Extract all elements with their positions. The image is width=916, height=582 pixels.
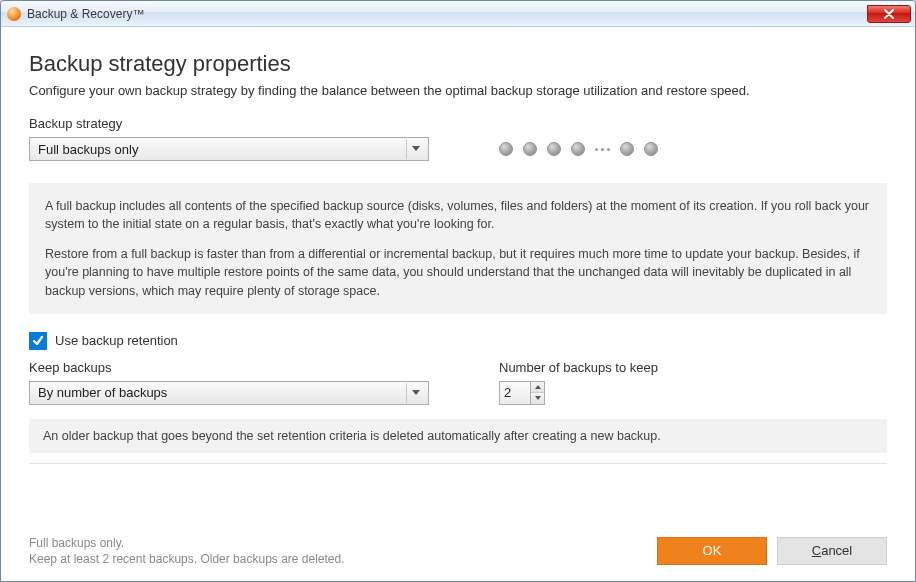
- cancel-button[interactable]: Cancel: [777, 537, 887, 565]
- content-area: Backup strategy properties Configure you…: [1, 27, 915, 581]
- check-icon: [32, 335, 44, 347]
- summary-line: Keep at least 2 recent backups. Older ba…: [29, 551, 345, 567]
- info-paragraph: A full backup includes all contents of t…: [45, 197, 871, 233]
- chevron-down-icon: [406, 139, 424, 159]
- keep-backups-dropdown[interactable]: By number of backups: [29, 381, 429, 405]
- app-window: Backup & Recovery™ Backup strategy prope…: [0, 0, 916, 582]
- dot-icon: [547, 142, 561, 156]
- page-subtitle: Configure your own backup strategy by fi…: [29, 83, 887, 98]
- chevron-down-icon: [406, 383, 424, 403]
- footer: Full backups only. Keep at least 2 recen…: [29, 535, 887, 567]
- number-to-keep-label: Number of backups to keep: [499, 360, 658, 375]
- backup-strategy-dropdown[interactable]: Full backups only: [29, 137, 429, 161]
- keep-backups-label: Keep backups: [29, 360, 429, 375]
- backup-strategy-label: Backup strategy: [29, 116, 887, 131]
- number-to-keep-stepper[interactable]: [499, 381, 658, 405]
- window-close-button[interactable]: [867, 5, 911, 23]
- strategy-visual: [499, 142, 658, 156]
- backup-strategy-selected: Full backups only: [38, 142, 138, 157]
- use-retention-row[interactable]: Use backup retention: [29, 332, 887, 350]
- close-icon: [884, 9, 894, 19]
- app-icon: [7, 7, 21, 21]
- dot-icon: [571, 142, 585, 156]
- use-retention-checkbox[interactable]: [29, 332, 47, 350]
- dot-icon: [620, 142, 634, 156]
- ellipsis-icon: [595, 148, 610, 151]
- use-retention-label: Use backup retention: [55, 333, 178, 348]
- step-up-button[interactable]: [531, 382, 544, 393]
- window-title: Backup & Recovery™: [27, 7, 867, 21]
- chevron-down-icon: [535, 396, 541, 400]
- ok-button-label: OK: [703, 543, 722, 558]
- cancel-button-label: Cancel: [812, 543, 852, 558]
- dot-icon: [523, 142, 537, 156]
- summary-text: Full backups only. Keep at least 2 recen…: [29, 535, 345, 567]
- dot-icon: [499, 142, 513, 156]
- divider: [29, 463, 887, 464]
- step-down-button[interactable]: [531, 393, 544, 404]
- summary-line: Full backups only.: [29, 535, 345, 551]
- dot-icon: [644, 142, 658, 156]
- titlebar[interactable]: Backup & Recovery™: [1, 1, 915, 27]
- strategy-info: A full backup includes all contents of t…: [29, 183, 887, 314]
- chevron-up-icon: [535, 385, 541, 389]
- info-paragraph: Restore from a full backup is faster tha…: [45, 245, 871, 299]
- keep-backups-selected: By number of backups: [38, 385, 167, 400]
- page-title: Backup strategy properties: [29, 51, 887, 77]
- stepper-buttons: [531, 381, 545, 405]
- ok-button[interactable]: OK: [657, 537, 767, 565]
- number-to-keep-input[interactable]: [499, 381, 531, 405]
- retention-note: An older backup that goes beyond the set…: [29, 419, 887, 453]
